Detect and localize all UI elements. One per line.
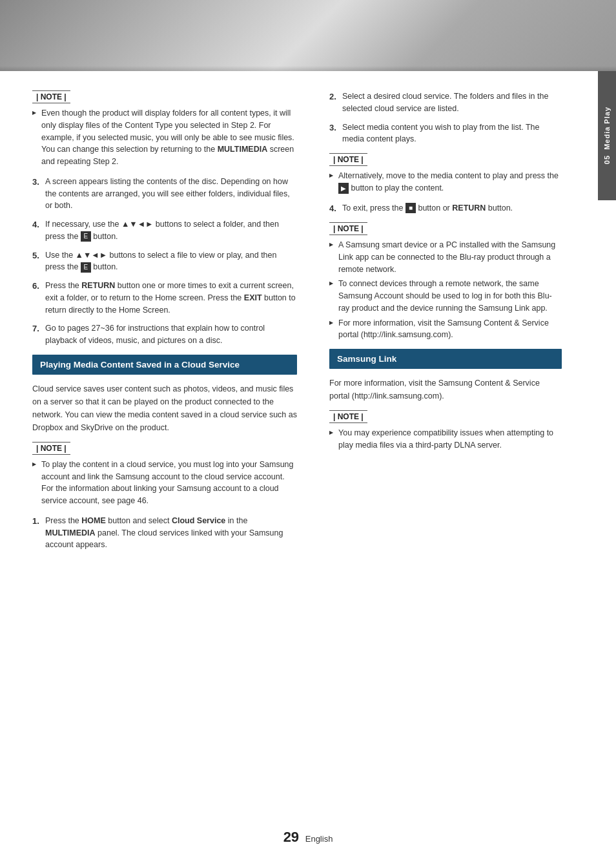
chapter-title: Media Play — [603, 107, 611, 150]
list-item-4: 4. If necessary, use the ▲▼◄► buttons to… — [32, 218, 297, 243]
note-label-samsung: | NOTE | — [329, 222, 367, 235]
note-label-compat: | NOTE | — [329, 410, 367, 423]
note-list-cloud: To play the content in a cloud service, … — [32, 459, 297, 507]
note-label-top: | NOTE | — [32, 90, 70, 103]
cloudservice-bold: Cloud Service — [172, 516, 225, 525]
note-play-item: Alternatively, move to the media content… — [329, 170, 562, 194]
exit-bold: EXIT — [244, 293, 262, 302]
chapter-number: 05 — [603, 155, 611, 164]
item-num-right-3: 3. — [329, 121, 342, 146]
item-content-right-2: Select a desired cloud service. The fold… — [342, 90, 562, 115]
return-bold-2: RETURN — [452, 203, 486, 213]
chapter-sidebar: 05 Media Play — [598, 71, 616, 200]
item-num-4: 4. — [32, 218, 45, 243]
home-bold: HOME — [81, 516, 106, 525]
play-icon: ▶ — [338, 183, 349, 194]
item-content-right-3: Select media content you wish to play fr… — [342, 121, 562, 146]
numbered-list-right: 2. Select a desired cloud service. The f… — [329, 90, 562, 145]
item-content-5: Use the ▲▼◄► buttons to select a file to… — [45, 249, 297, 274]
list-item-cloud-1: 1. Press the HOME button and select Clou… — [32, 515, 297, 551]
note-samsung-item-1: A Samsung smart device or a PC installed… — [329, 239, 562, 275]
left-column: | NOTE | Even though the product will di… — [0, 84, 316, 565]
list-item-7: 7. Go to pages 27~36 for instructions th… — [32, 322, 297, 347]
item-num-3: 3. — [32, 176, 45, 212]
numbered-list-cloud: 1. Press the HOME button and select Clou… — [32, 515, 297, 551]
item-num-7: 7. — [32, 322, 45, 347]
numbered-list-exit: 4. To exit, press the ■ button or RETURN… — [329, 202, 562, 215]
note-list-top: Even though the product will display fol… — [32, 107, 297, 168]
stop-icon: ■ — [406, 203, 416, 213]
header-banner — [0, 0, 616, 71]
list-item-6: 6. Press the RETURN button one or more t… — [32, 280, 297, 316]
chapter-label: 05 Media Play — [603, 107, 611, 164]
item-content-cloud-1: Press the HOME button and select Cloud S… — [45, 515, 297, 551]
multimedia-bold: MULTIMEDIA — [218, 145, 268, 154]
page-language: English — [305, 834, 333, 844]
list-item-right-2: 2. Select a desired cloud service. The f… — [329, 90, 562, 115]
numbered-list-main: 3. A screen appears listing the contents… — [32, 176, 297, 347]
note-list-samsung: A Samsung smart device or a PC installed… — [329, 239, 562, 341]
item-content-7: Go to pages 27~36 for instructions that … — [45, 322, 297, 347]
item-num-6: 6. — [32, 280, 45, 316]
item-content-3: A screen appears listing the contents of… — [45, 176, 297, 212]
note-compat-item: You may experience compatibility issues … — [329, 427, 562, 452]
item-content-6: Press the RETURN button one or more time… — [45, 280, 297, 316]
list-item-3: 3. A screen appears listing the contents… — [32, 176, 297, 212]
note-samsung-item-3: For more information, visit the Samsung … — [329, 317, 562, 342]
list-item-5: 5. Use the ▲▼◄► buttons to select a file… — [32, 249, 297, 274]
list-item-right-3: 3. Select media content you wish to play… — [329, 121, 562, 146]
note-list-play: Alternatively, move to the media content… — [329, 170, 562, 194]
item-content-4: If necessary, use the ▲▼◄► buttons to se… — [45, 218, 297, 243]
item-num-exit-4: 4. — [329, 202, 342, 215]
page-footer: 29 English — [0, 829, 616, 846]
cloud-section-heading: Playing Media Content Saved in a Cloud S… — [32, 355, 297, 375]
note-label-cloud: | NOTE | — [32, 442, 70, 455]
note-list-compat: You may experience compatibility issues … — [329, 427, 562, 452]
note-samsung-item-2: To connect devices through a remote netw… — [329, 278, 562, 314]
chapter-tab: 05 Media Play — [598, 71, 616, 200]
page-number: 29 — [283, 829, 299, 845]
cloud-body-para: Cloud service saves user content such as… — [32, 382, 297, 434]
enter-icon-2: E — [81, 262, 91, 273]
return-bold: RETURN — [81, 281, 115, 290]
enter-icon: E — [81, 231, 91, 242]
content-wrapper: | NOTE | Even though the product will di… — [0, 71, 616, 591]
note-cloud-item: To play the content in a cloud service, … — [32, 459, 297, 507]
list-item-exit-4: 4. To exit, press the ■ button or RETURN… — [329, 202, 562, 215]
item-num-right-2: 2. — [329, 90, 342, 115]
item-content-exit-4: To exit, press the ■ button or RETURN bu… — [342, 202, 562, 215]
note-item: Even though the product will display fol… — [32, 107, 297, 168]
samsung-link-heading: Samsung Link — [329, 349, 562, 369]
right-column: 2. Select a desired cloud service. The f… — [316, 84, 594, 565]
item-num-5: 5. — [32, 249, 45, 274]
multimedia-bold-2: MULTIMEDIA — [45, 528, 96, 537]
samsung-link-body: For more information, visit the Samsung … — [329, 377, 562, 402]
note-label-play: | NOTE | — [329, 153, 367, 166]
item-num-cloud-1: 1. — [32, 515, 45, 551]
